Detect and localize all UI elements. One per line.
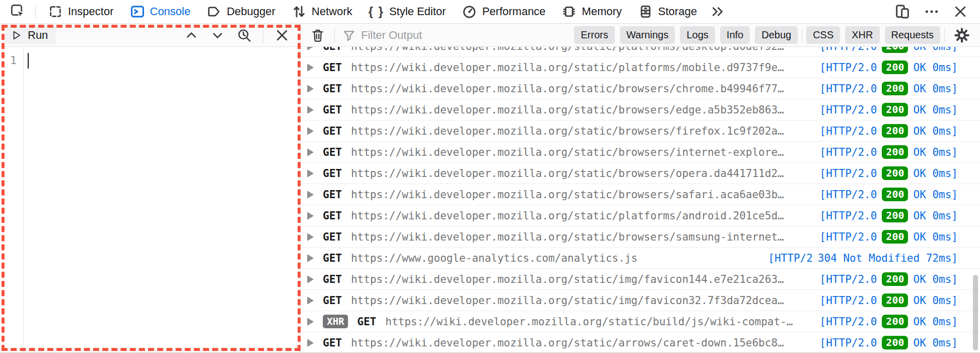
request-url[interactable]: https://wiki.developer.mozilla.org/stati… bbox=[351, 167, 784, 180]
next-expression-button[interactable] bbox=[205, 28, 230, 42]
tab-network[interactable]: Network bbox=[284, 0, 361, 23]
tab-memory[interactable]: Memory bbox=[553, 0, 629, 23]
request-url[interactable]: https://www.google-analytics.com/analyti… bbox=[351, 252, 638, 264]
status-text: OK 0ms] bbox=[913, 295, 958, 307]
expand-arrow-icon[interactable] bbox=[307, 318, 314, 326]
expand-arrow-icon[interactable] bbox=[307, 169, 314, 178]
console-output[interactable]: GET https://wiki.developer.mozilla.org/s… bbox=[300, 47, 980, 353]
console-network-row[interactable]: GET https://wiki.developer.mozilla.org/s… bbox=[300, 205, 980, 226]
request-url[interactable]: https://wiki.developer.mozilla.org/stati… bbox=[385, 316, 793, 328]
tab-performance[interactable]: Performance bbox=[454, 0, 553, 23]
console-network-row[interactable]: GET https://wiki.developer.mozilla.org/s… bbox=[300, 121, 980, 142]
filter-xhr-button[interactable]: XHR bbox=[845, 26, 879, 44]
expand-arrow-icon[interactable] bbox=[307, 339, 314, 347]
output-scrollbar-thumb[interactable] bbox=[973, 275, 978, 350]
console-network-row[interactable]: GET https://wiki.developer.mozilla.org/s… bbox=[300, 57, 980, 78]
chevron-down-icon bbox=[211, 28, 225, 42]
text-caret bbox=[28, 53, 29, 69]
tab-label: Storage bbox=[658, 5, 697, 18]
filter-output-input[interactable] bbox=[361, 29, 574, 42]
editor-input-area[interactable]: 1 bbox=[0, 47, 300, 353]
toolbar-separator bbox=[35, 5, 36, 19]
request-url[interactable]: https://wiki.developer.mozilla.org/stati… bbox=[351, 295, 784, 307]
output-pane: Errors Warnings Logs Info Debug CSS XHR … bbox=[300, 24, 980, 353]
expand-arrow-icon[interactable] bbox=[307, 47, 314, 50]
expand-arrow-icon[interactable] bbox=[307, 297, 314, 305]
request-method: GET bbox=[323, 337, 342, 349]
request-url[interactable]: https://wiki.developer.mozilla.org/stati… bbox=[351, 273, 784, 285]
request-url[interactable]: https://wiki.developer.mozilla.org/stati… bbox=[351, 210, 784, 222]
status-code-badge: 200 bbox=[882, 293, 908, 307]
filter-warnings-button[interactable]: Warnings bbox=[620, 26, 675, 44]
tab-console[interactable]: Console bbox=[122, 0, 199, 23]
request-method: GET bbox=[323, 295, 342, 307]
console-network-row[interactable]: GET https://wiki.developer.mozilla.org/s… bbox=[300, 184, 980, 205]
console-settings-button[interactable] bbox=[949, 24, 975, 46]
console-network-row[interactable]: GET https://wiki.developer.mozilla.org/s… bbox=[300, 47, 980, 57]
expand-arrow-icon[interactable] bbox=[307, 106, 314, 114]
request-method: GET bbox=[323, 231, 342, 243]
expand-arrow-icon[interactable] bbox=[307, 127, 314, 135]
inspector-icon bbox=[48, 4, 63, 19]
console-network-row[interactable]: GET https://www.google-analytics.com/ana… bbox=[300, 248, 980, 269]
console-network-row[interactable]: XHR GET https://wiki.developer.mozilla.o… bbox=[300, 311, 980, 332]
devtools-tabbar: Inspector Console Debugger Network Sty bbox=[0, 0, 980, 24]
tab-overflow-button[interactable] bbox=[705, 0, 730, 23]
expand-arrow-icon[interactable] bbox=[307, 254, 314, 262]
request-url[interactable]: https://wiki.developer.mozilla.org/stati… bbox=[351, 62, 784, 74]
filter-logs-button[interactable]: Logs bbox=[680, 26, 715, 44]
tab-debugger[interactable]: Debugger bbox=[198, 0, 284, 23]
node-picker-button[interactable] bbox=[5, 0, 31, 23]
request-url[interactable]: https://wiki.developer.mozilla.org/stati… bbox=[351, 231, 784, 243]
xhr-badge: XHR bbox=[323, 315, 348, 328]
expand-arrow-icon[interactable] bbox=[307, 275, 314, 283]
console-network-row[interactable]: GET https://wiki.developer.mozilla.org/s… bbox=[300, 78, 980, 99]
filter-css-button[interactable]: CSS bbox=[806, 26, 840, 44]
filter-level-buttons: Errors Warnings Logs Info Debug bbox=[574, 26, 798, 44]
request-url[interactable]: https://wiki.developer.mozilla.org/stati… bbox=[351, 47, 784, 52]
expand-arrow-icon[interactable] bbox=[307, 148, 314, 156]
console-network-row[interactable]: GET https://wiki.developer.mozilla.org/s… bbox=[300, 163, 980, 184]
request-method: GET bbox=[323, 104, 342, 116]
expand-arrow-icon[interactable] bbox=[307, 64, 314, 72]
tabbar-right-controls bbox=[889, 4, 975, 20]
console-network-row[interactable]: GET https://wiki.developer.mozilla.org/s… bbox=[300, 226, 980, 248]
filter-errors-button[interactable]: Errors bbox=[574, 26, 614, 44]
responsive-design-mode-button[interactable] bbox=[889, 4, 916, 20]
request-url[interactable]: https://wiki.developer.mozilla.org/stati… bbox=[351, 146, 784, 158]
expand-arrow-icon[interactable] bbox=[307, 233, 314, 241]
run-button[interactable]: Run bbox=[5, 26, 56, 44]
status-text: OK 0ms] bbox=[913, 316, 958, 328]
status-text: OK 0ms] bbox=[913, 62, 958, 74]
filter-debug-button[interactable]: Debug bbox=[755, 26, 798, 44]
request-url[interactable]: https://wiki.developer.mozilla.org/stati… bbox=[351, 337, 784, 349]
clear-console-button[interactable] bbox=[305, 24, 330, 46]
filter-requests-button[interactable]: Requests bbox=[885, 26, 941, 44]
status-protocol: [HTTP/2.0 bbox=[820, 167, 877, 180]
filter-info-button[interactable]: Info bbox=[720, 26, 750, 44]
tab-inspector[interactable]: Inspector bbox=[40, 0, 122, 23]
expand-arrow-icon[interactable] bbox=[307, 212, 314, 220]
console-network-row[interactable]: GET https://wiki.developer.mozilla.org/s… bbox=[300, 290, 980, 311]
evaluation-history-button[interactable] bbox=[232, 28, 257, 43]
expand-arrow-icon[interactable] bbox=[307, 191, 314, 199]
status-text: OK 0ms] bbox=[913, 83, 958, 95]
expand-arrow-icon[interactable] bbox=[307, 85, 314, 93]
request-url[interactable]: https://wiki.developer.mozilla.org/stati… bbox=[351, 83, 784, 95]
request-url[interactable]: https://wiki.developer.mozilla.org/stati… bbox=[351, 125, 784, 137]
request-status: [HTTP/2.0 200 OK 0ms] bbox=[820, 315, 958, 328]
status-protocol: [HTTP/2.0 bbox=[820, 125, 877, 137]
close-devtools-button[interactable] bbox=[948, 4, 973, 19]
console-network-row[interactable]: GET https://wiki.developer.mozilla.org/s… bbox=[300, 332, 980, 353]
console-network-row[interactable]: GET https://wiki.developer.mozilla.org/s… bbox=[300, 99, 980, 121]
request-url[interactable]: https://wiki.developer.mozilla.org/stati… bbox=[351, 104, 784, 116]
devtools-menu-button[interactable] bbox=[919, 4, 945, 20]
close-editor-button[interactable] bbox=[269, 28, 295, 43]
console-icon bbox=[130, 4, 145, 19]
console-network-row[interactable]: GET https://wiki.developer.mozilla.org/s… bbox=[300, 269, 980, 290]
request-url[interactable]: https://wiki.developer.mozilla.org/stati… bbox=[351, 189, 784, 201]
console-network-row[interactable]: GET https://wiki.developer.mozilla.org/s… bbox=[300, 142, 980, 163]
tab-storage[interactable]: Storage bbox=[630, 0, 705, 23]
tab-style-editor[interactable]: Style Editor bbox=[361, 0, 454, 23]
previous-expression-button[interactable] bbox=[179, 28, 203, 42]
